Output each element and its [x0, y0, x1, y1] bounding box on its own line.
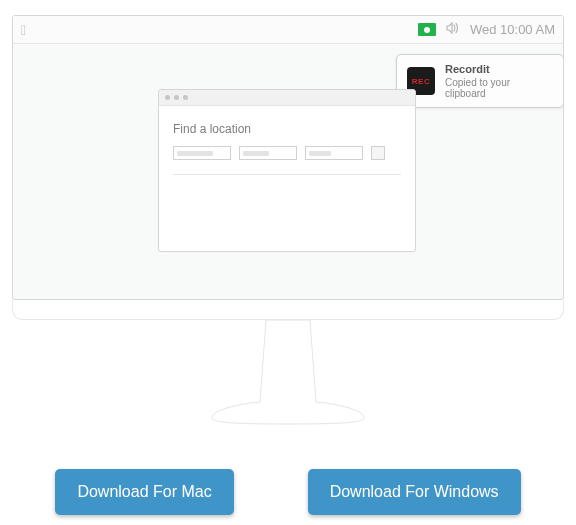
notification-body: Recordit Copied to your clipboard: [445, 63, 553, 99]
zoom-icon[interactable]: [183, 95, 188, 100]
location-input-3[interactable]: [305, 146, 363, 160]
location-input-1[interactable]: [173, 146, 231, 160]
menubar-clock: Wed 10:00 AM: [470, 22, 555, 37]
monitor-mockup:  Wed 10:00 AM REC Recordit Copied to yo…: [12, 15, 564, 315]
download-buttons: Download For Mac Download For Windows: [0, 469, 576, 515]
notification[interactable]: REC Recordit Copied to your clipboard: [396, 54, 564, 108]
search-button[interactable]: [371, 146, 385, 160]
monitor-bezel: [12, 300, 564, 320]
menubar:  Wed 10:00 AM: [13, 16, 563, 44]
download-mac-button[interactable]: Download For Mac: [55, 469, 233, 515]
close-icon[interactable]: [165, 95, 170, 100]
notification-message: Copied to your clipboard: [445, 77, 553, 99]
window-body: Find a location: [159, 106, 415, 175]
app-window: Find a location: [158, 89, 416, 252]
apple-icon: : [21, 22, 26, 38]
record-indicator-icon[interactable]: [418, 23, 436, 36]
window-titlebar: [159, 90, 415, 106]
menubar-right: Wed 10:00 AM: [418, 22, 555, 37]
window-divider: [173, 174, 401, 175]
download-windows-button[interactable]: Download For Windows: [308, 469, 521, 515]
screen:  Wed 10:00 AM REC Recordit Copied to yo…: [12, 15, 564, 300]
input-row: [173, 146, 401, 160]
monitor-stand: [188, 320, 388, 425]
minimize-icon[interactable]: [174, 95, 179, 100]
notification-title: Recordit: [445, 63, 553, 75]
volume-icon: [446, 22, 460, 37]
find-location-label: Find a location: [173, 122, 401, 136]
location-input-2[interactable]: [239, 146, 297, 160]
